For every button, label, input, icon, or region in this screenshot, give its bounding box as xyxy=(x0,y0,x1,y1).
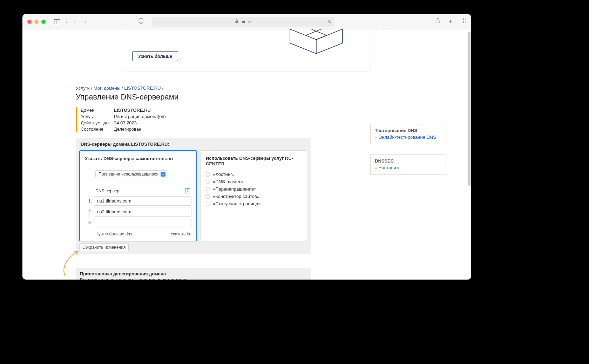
browser-window: ⌄ ‹ › nic.ru ↻ + Узнать больше xyxy=(22,14,471,280)
suspend-title: Приостановка делегирования домена xyxy=(80,271,306,276)
suspend-panel: Приостановка делегирования домена Вы мож… xyxy=(76,268,311,280)
ns-input-2[interactable] xyxy=(94,207,191,217)
opt-hosting[interactable]: «Хостинг» xyxy=(206,172,302,177)
radio-icon xyxy=(206,194,210,199)
svg-rect-2 xyxy=(236,21,238,23)
ns-index-2: 2: xyxy=(85,210,92,214)
scrollbar-thumb[interactable] xyxy=(468,32,470,186)
close-window-button[interactable] xyxy=(27,20,32,24)
page-title: Управление DNS-серверами xyxy=(76,92,178,102)
radio-icon xyxy=(206,202,210,206)
window-controls xyxy=(27,20,46,24)
ns-index-3: 3: xyxy=(85,220,92,225)
info-domain-value: LISTOSTORE.RU xyxy=(114,107,151,114)
browser-toolbar: ⌄ ‹ › nic.ru ↻ + xyxy=(22,14,471,29)
tab-overview-button[interactable] xyxy=(460,18,466,25)
svg-rect-4 xyxy=(461,18,463,20)
breadcrumb-my-domains[interactable]: Мои домены xyxy=(94,85,121,91)
sidebar-dnssec-title: DNSSEC xyxy=(375,158,441,164)
save-button[interactable]: Сохранить изменения xyxy=(79,243,129,251)
opt-redirect[interactable]: «Перенаправление» xyxy=(206,186,302,192)
radio-icon xyxy=(206,180,210,184)
reload-button[interactable]: ↻ xyxy=(328,19,332,24)
info-domain-key: Домен: xyxy=(81,107,114,114)
dns-rucenter-card: Использовать DNS-серверы услуг RU-CENTER… xyxy=(201,150,307,241)
svg-rect-0 xyxy=(54,19,60,24)
sidebar-dns-test: Тестирование DNS »Онлайн-тестирование DN… xyxy=(370,124,446,144)
address-bar[interactable]: nic.ru ↻ xyxy=(152,17,334,27)
dns-rucenter-title: Использовать DNS-серверы услуг RU-CENTER xyxy=(206,156,302,167)
back-button[interactable]: ‹ xyxy=(72,18,79,25)
recent-dns-select[interactable]: Последние использовавшиеся ⌄ xyxy=(95,170,168,178)
help-icon[interactable]: ? xyxy=(185,188,190,193)
promo-card: Узнать больше xyxy=(122,29,371,71)
dns-manual-card: Указать DNS-серверы самостоятельно После… xyxy=(79,150,197,241)
svg-rect-7 xyxy=(463,21,466,23)
sidebar-dns-test-title: Тестирование DNS xyxy=(375,128,441,133)
breadcrumb-domain[interactable]: LISTOSTORE.RU xyxy=(124,85,161,91)
radio-icon xyxy=(206,172,210,177)
promo-illustration xyxy=(276,29,357,64)
info-service-value: Регистрация домена(ов) xyxy=(114,114,166,120)
dns-manual-title: Указать DNS-серверы самостоятельно xyxy=(85,156,191,161)
carousel-next-icon[interactable] xyxy=(379,29,393,32)
opt-dnsmaster[interactable]: «DNS-master» xyxy=(206,179,302,184)
tab-group-chevron-icon[interactable]: ⌄ xyxy=(65,20,68,23)
maximize-window-button[interactable] xyxy=(41,20,46,24)
breadcrumb: Услуги / Мои домены / LISTOSTORE.RU / xyxy=(76,85,163,91)
page-content: Узнать больше Услуги / xyxy=(22,29,471,280)
opt-sitebuilder[interactable]: «Конструктор сайтов» xyxy=(206,194,302,199)
info-state-value: Делегирован xyxy=(114,126,141,132)
dns-panel: DNS-серверы домена LISTOSTORE.RU: Указат… xyxy=(76,138,311,254)
forward-button[interactable]: › xyxy=(82,18,89,25)
svg-rect-5 xyxy=(463,18,466,20)
chevron-down-icon: ⌄ xyxy=(161,172,165,177)
recent-dns-label: Последние использовавшиеся xyxy=(99,172,158,177)
learn-more-button[interactable]: Узнать больше xyxy=(132,51,178,61)
dnssec-configure-link[interactable]: Настроить xyxy=(378,165,401,170)
domain-info: Домен:LISTOSTORE.RU Услуга:Регистрация д… xyxy=(76,107,166,132)
more-dns-link[interactable]: Нужно больше dns xyxy=(95,232,132,236)
dns-server-label: DNS-сервер xyxy=(95,188,119,193)
privacy-shield-icon[interactable] xyxy=(138,18,144,25)
lock-icon xyxy=(235,19,238,24)
breadcrumb-services[interactable]: Услуги xyxy=(76,85,90,91)
suspend-sub: Вы можете приостановить делегирование до… xyxy=(80,277,306,280)
online-dns-test-link[interactable]: Онлайн-тестирование DNS xyxy=(378,135,436,140)
url-host: nic.ru xyxy=(241,19,252,24)
info-service-key: Услуга: xyxy=(81,114,114,120)
ns-input-3[interactable] xyxy=(94,218,191,227)
share-button[interactable] xyxy=(435,18,441,25)
ns-input-1[interactable] xyxy=(94,196,191,206)
svg-rect-6 xyxy=(461,21,463,23)
dns-panel-title: DNS-серверы домена LISTOSTORE.RU: xyxy=(79,142,307,147)
sidebar-dnssec: DNSSEC »Настроить xyxy=(370,154,446,175)
radio-icon xyxy=(206,187,210,191)
opt-statuspage[interactable]: «Статусная страница» xyxy=(206,201,302,206)
minimize-window-button[interactable] xyxy=(34,20,39,24)
bullet-icon: » xyxy=(375,166,377,170)
bullet-icon: » xyxy=(375,135,377,139)
info-valid-key: Действует до: xyxy=(81,120,114,126)
set-ip-link[interactable]: Указать ip xyxy=(171,232,190,236)
sidebar-toggle-button[interactable] xyxy=(53,19,62,24)
ns-index-1: 1: xyxy=(85,199,92,204)
info-state-key: Состояние: xyxy=(81,126,114,132)
info-valid-value: 24.03.2023 xyxy=(114,120,137,126)
new-tab-button[interactable]: + xyxy=(447,18,454,25)
